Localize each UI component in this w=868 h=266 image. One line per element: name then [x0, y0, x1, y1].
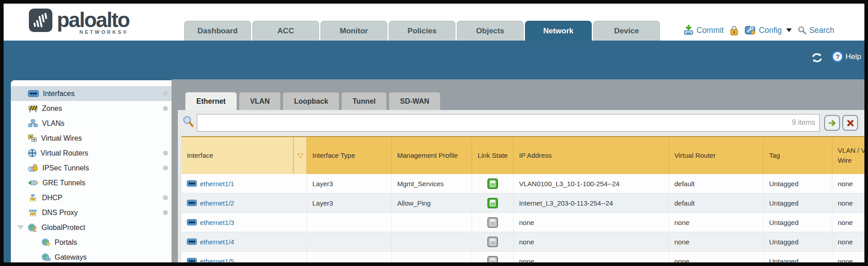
- link-up-icon: [487, 198, 498, 208]
- vlans-icon: [28, 119, 38, 127]
- brand-subtitle: NETWORKS®: [57, 29, 129, 35]
- subtab-ethernet[interactable]: Ethernet: [185, 92, 237, 110]
- sidebar-item-virtual-routers[interactable]: Virtual Routers: [11, 146, 172, 161]
- cell-interface-type: Layer3: [307, 193, 392, 212]
- subtab-vlan[interactable]: VLAN: [239, 92, 281, 110]
- config-icon: [745, 25, 756, 36]
- nav-tab-device[interactable]: Device: [593, 21, 660, 41]
- interface-link[interactable]: ethernet1/2: [200, 199, 234, 207]
- sidebar-item-portals[interactable]: Portals: [11, 235, 172, 250]
- nav-tab-policies[interactable]: Policies: [389, 21, 455, 41]
- status-dot: [163, 151, 168, 156]
- cell-ip-address: none: [514, 232, 669, 251]
- config-button[interactable]: Config: [745, 25, 792, 36]
- table-row: ethernet1/4 none none Untagged none: [181, 232, 864, 252]
- sidebar-item-label: Gateways: [55, 253, 87, 261]
- sidebar-item-label: Zones: [42, 105, 62, 113]
- sort-triangle-icon: [297, 153, 304, 159]
- filter-search-icon: [182, 115, 194, 129]
- cell-ip-address: VLAN0100_L3_10-1-100-254--24: [514, 174, 669, 193]
- column-header-virtual-router[interactable]: Virtual Router: [669, 137, 764, 174]
- status-dot: [163, 106, 168, 111]
- nav-tab-acc[interactable]: ACC: [252, 21, 319, 41]
- interface-link[interactable]: ethernet1/5: [200, 257, 234, 263]
- cell-tag: Untagged: [764, 193, 832, 212]
- refresh-icon[interactable]: [811, 52, 823, 63]
- clear-filter-button[interactable]: [842, 115, 858, 131]
- sort-indicator[interactable]: [293, 137, 307, 174]
- column-header-interface-type[interactable]: Interface Type: [307, 137, 392, 174]
- svg-text:?: ?: [836, 53, 840, 60]
- ethernet-port-icon: [187, 238, 197, 245]
- table-row: ethernet1/5 none none Untagged none: [181, 252, 864, 262]
- status-dot: [163, 91, 168, 96]
- search-button[interactable]: Search: [798, 26, 834, 35]
- sidebar-item-virtual-wires[interactable]: Virtual Wires: [11, 131, 172, 146]
- nav-tab-monitor[interactable]: Monitor: [320, 21, 387, 41]
- nav-tab-dashboard[interactable]: Dashboard: [184, 21, 251, 41]
- ethernet-port-icon: [187, 200, 197, 206]
- subtab-tunnel[interactable]: Tunnel: [341, 92, 387, 110]
- interface-link[interactable]: ethernet1/1: [200, 180, 234, 188]
- sidebar-item-gateways[interactable]: Gateways: [11, 250, 172, 262]
- header-utilities: Commit Config: [683, 23, 834, 38]
- filter-bar: 9 items: [178, 110, 864, 136]
- window-frame: paloalto NETWORKS® Dashboard ACC Monitor…: [0, 0, 868, 266]
- help-button[interactable]: ? Help: [831, 50, 861, 63]
- subtab-sdwan[interactable]: SD-WAN: [389, 92, 441, 110]
- ethernet-port-icon: [187, 258, 197, 262]
- sidebar-item-zones[interactable]: Zones: [11, 101, 172, 116]
- config-label: Config: [759, 26, 782, 35]
- column-header-vlan-virtual-wire[interactable]: VLAN / Virtual-Wire: [832, 137, 864, 174]
- table-row: ethernet1/3 none none Untagged none: [181, 213, 864, 232]
- sidebar-item-gre-tunnels[interactable]: GRE Tunnels: [11, 175, 172, 190]
- table-row: ethernet1/1 Layer3 Mgmt_Services VLAN010…: [181, 174, 864, 193]
- nav-tab-network[interactable]: Network: [525, 21, 592, 41]
- secondary-toolbar: ? Help: [4, 41, 864, 79]
- interfaces-table: Interface Interface Type Management Prof…: [181, 136, 864, 262]
- sidebar-item-label: Portals: [55, 238, 77, 247]
- svg-text:DNS: DNS: [29, 209, 37, 213]
- panel-splitter[interactable]: [172, 79, 178, 262]
- sidebar-item-dhcp[interactable]: IP DHCP: [11, 190, 172, 205]
- subtab-strip: Ethernet VLAN Loopback Tunnel SD-WAN: [178, 79, 864, 110]
- sidebar-item-label: DNS Proxy: [42, 209, 78, 217]
- chevron-down-icon: [786, 28, 792, 32]
- interface-link[interactable]: ethernet1/4: [200, 238, 234, 246]
- interface-link[interactable]: ethernet1/3: [200, 219, 234, 226]
- top-header: paloalto NETWORKS® Dashboard ACC Monitor…: [4, 4, 864, 41]
- help-icon: ?: [831, 50, 844, 63]
- column-header-link-state[interactable]: Link State: [472, 137, 514, 174]
- cell-management-profile: [392, 252, 472, 262]
- column-header-tag[interactable]: Tag: [764, 137, 832, 174]
- column-header-interface[interactable]: Interface: [181, 137, 293, 174]
- dns-proxy-icon: DNS: [28, 208, 38, 217]
- cell-management-profile: [392, 232, 472, 251]
- portals-icon: [42, 238, 51, 246]
- filter-input[interactable]: [197, 114, 820, 132]
- main-panel: Ethernet VLAN Loopback Tunnel SD-WAN 9 i…: [178, 79, 864, 262]
- cell-virtual-router: none: [669, 252, 764, 262]
- sidebar-item-interfaces[interactable]: Interfaces: [11, 86, 172, 101]
- sidebar-item-globalprotect[interactable]: GlobalProtect: [11, 220, 172, 235]
- cell-vlan: none: [832, 193, 864, 212]
- cell-vlan: none: [832, 174, 864, 193]
- globalprotect-icon: [28, 224, 37, 232]
- commit-button[interactable]: Commit: [683, 25, 724, 36]
- sidebar-item-dns-proxy[interactable]: DNS DNS Proxy: [11, 205, 172, 220]
- sidebar-item-vlans[interactable]: VLANs: [11, 116, 172, 131]
- help-label: Help: [845, 52, 861, 61]
- interfaces-icon: [28, 90, 39, 97]
- cell-interface-type: Layer3: [307, 174, 392, 193]
- sidebar-item-ipsec-tunnels[interactable]: IPSec Tunnels: [11, 161, 172, 175]
- items-count: 9 items: [792, 119, 815, 127]
- status-dot: [163, 210, 168, 215]
- nav-tab-objects[interactable]: Objects: [457, 21, 524, 41]
- lock-button[interactable]: [729, 25, 739, 36]
- subtab-loopback[interactable]: Loopback: [283, 92, 339, 110]
- column-header-management-profile[interactable]: Management Profile: [392, 137, 472, 174]
- expander-triangle-icon[interactable]: [18, 225, 23, 230]
- apply-filter-button[interactable]: [824, 115, 840, 131]
- column-header-ip-address[interactable]: IP Address: [514, 137, 669, 174]
- cell-tag: Untagged: [764, 174, 832, 193]
